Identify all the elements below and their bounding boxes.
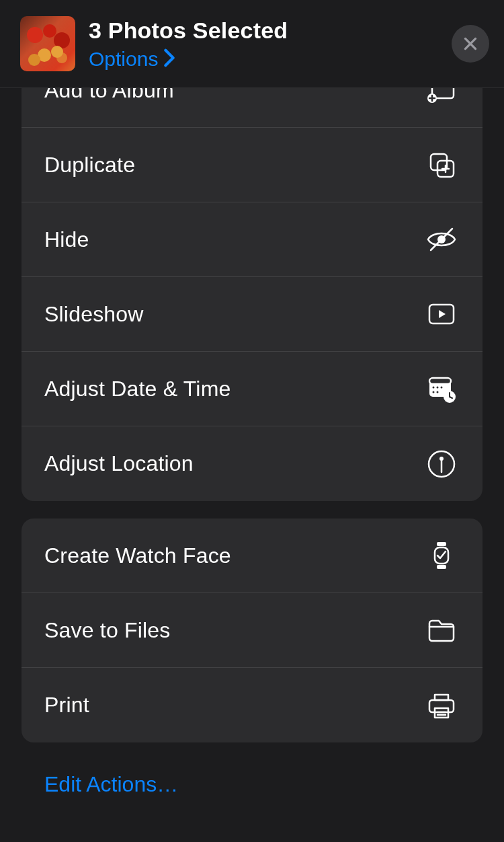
action-save-to-files[interactable]: Save to Files [22, 593, 482, 668]
share-sheet: 3 Photos Selected Options Add to Album [0, 0, 504, 842]
action-adjust-date-time[interactable]: Adjust Date & Time [22, 352, 482, 426]
action-group: Add to Album Duplicate Hide Slideshow [22, 88, 482, 501]
close-button[interactable] [452, 25, 489, 63]
sheet-header: 3 Photos Selected Options [0, 0, 504, 88]
action-group: Create Watch Face Save to Files Print [22, 519, 482, 742]
edit-actions-label: Edit Actions… [44, 772, 178, 796]
svg-point-17 [437, 387, 439, 389]
action-duplicate[interactable]: Duplicate [22, 128, 482, 202]
svg-rect-29 [437, 565, 446, 569]
svg-marker-13 [439, 310, 446, 318]
svg-rect-32 [435, 695, 448, 700]
options-button[interactable]: Options [89, 48, 438, 71]
sheet-title: 3 Photos Selected [89, 17, 438, 44]
add-to-album-icon [423, 88, 460, 108]
action-hide[interactable]: Hide [22, 202, 482, 277]
action-label: Adjust Location [44, 451, 194, 476]
action-label: Duplicate [44, 153, 135, 178]
watch-icon [423, 537, 460, 574]
printer-icon [423, 687, 460, 724]
duplicate-icon [423, 147, 460, 183]
svg-rect-28 [437, 542, 446, 546]
action-label: Create Watch Face [44, 543, 231, 568]
edit-actions-button[interactable]: Edit Actions… [22, 760, 482, 810]
options-label: Options [89, 48, 158, 71]
action-label: Add to Album [44, 88, 174, 103]
location-pin-icon [423, 446, 460, 482]
action-print[interactable]: Print [22, 668, 482, 742]
action-adjust-location[interactable]: Adjust Location [22, 426, 482, 501]
svg-rect-15 [429, 378, 451, 384]
action-slideshow[interactable]: Slideshow [22, 277, 482, 352]
action-label: Hide [44, 227, 89, 252]
folder-icon [423, 612, 460, 648]
action-create-watch-face[interactable]: Create Watch Face [22, 519, 482, 593]
action-label: Print [44, 693, 89, 718]
chevron-right-icon [163, 48, 175, 70]
svg-point-20 [437, 391, 439, 393]
action-label: Adjust Date & Time [44, 377, 231, 401]
action-label: Slideshow [44, 302, 144, 327]
action-label: Save to Files [44, 618, 171, 643]
svg-point-18 [441, 387, 443, 389]
hide-icon [423, 221, 460, 258]
calendar-clock-icon [423, 371, 460, 407]
svg-rect-31 [429, 700, 454, 712]
header-text: 3 Photos Selected Options [89, 17, 438, 71]
actions-scroll-area[interactable]: Add to Album Duplicate Hide Slideshow [0, 88, 504, 842]
action-add-to-album[interactable]: Add to Album [22, 88, 482, 128]
svg-point-19 [433, 391, 435, 393]
slideshow-icon [423, 296, 460, 332]
svg-line-11 [431, 229, 452, 250]
selected-photo-thumbnail[interactable] [20, 16, 75, 71]
svg-point-16 [433, 387, 435, 389]
